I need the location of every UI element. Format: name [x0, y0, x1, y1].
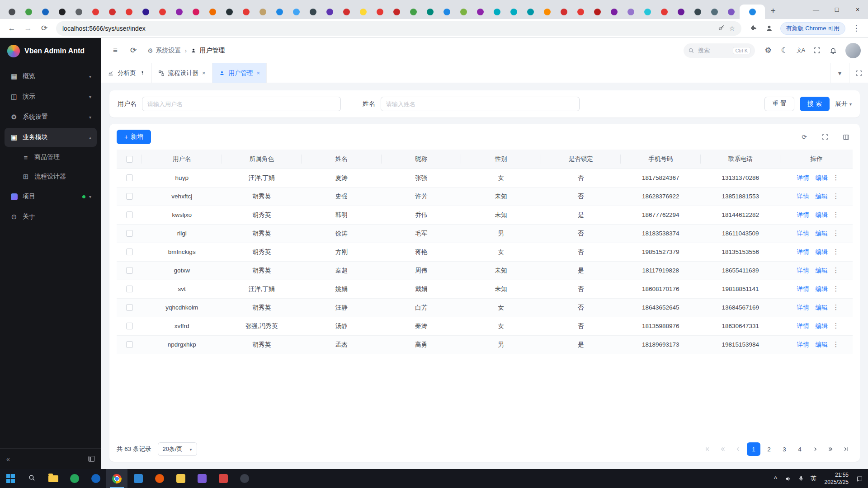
browser-tab[interactable] [204, 5, 221, 19]
address-bar[interactable]: localhost:5666/sys/user/index ☆ [56, 21, 741, 36]
browser-tab[interactable] [288, 5, 305, 19]
taskbar-chrome-icon[interactable] [106, 469, 127, 488]
browser-tab[interactable] [37, 5, 54, 19]
browser-tab[interactable] [221, 5, 238, 19]
breadcrumb-item[interactable]: ⚙ 系统设置 [147, 47, 181, 55]
row-action-link[interactable]: 详情 [797, 174, 809, 181]
column-header[interactable]: 用户名 [142, 150, 222, 169]
browser-tab[interactable] [305, 5, 321, 19]
field-input-1[interactable] [381, 97, 580, 111]
sidebar-item-goods[interactable]: ≡商品管理 [5, 148, 97, 166]
row-action-link[interactable]: 编辑 [816, 211, 828, 218]
browser-tab[interactable] [723, 5, 740, 19]
more-actions-icon[interactable]: ⋮ [833, 303, 840, 311]
microphone-icon[interactable] [795, 469, 807, 488]
row-checkbox[interactable] [126, 304, 133, 311]
table-row[interactable]: rilgl胡秀英徐涛毛军男否1818353837418611043509详情编辑… [117, 224, 853, 243]
table-fullscreen-icon[interactable] [818, 130, 832, 144]
row-action-link[interactable]: 编辑 [816, 174, 828, 181]
table-row[interactable]: yqhcdhkolm胡秀英汪静白芳女否186436526451368456716… [117, 298, 853, 317]
new-tab-button[interactable]: + [767, 5, 779, 17]
row-action-link[interactable]: 详情 [797, 323, 809, 329]
action-center-icon[interactable] [853, 469, 866, 488]
browser-tab[interactable] [539, 5, 556, 19]
global-search[interactable]: 搜索 Ctrl K [684, 43, 755, 58]
browser-tab[interactable] [472, 5, 489, 19]
browser-tab[interactable] [20, 5, 37, 19]
sidebar-item-demo[interactable]: ◫演示▾ [5, 87, 97, 106]
row-action-link[interactable]: 详情 [797, 211, 809, 218]
browser-tab[interactable] [355, 5, 372, 19]
row-action-link[interactable]: 编辑 [816, 193, 828, 200]
sidebar-item-project[interactable]: 项目▾ [5, 187, 97, 206]
browser-menu-icon[interactable]: ⋮ [849, 21, 863, 36]
page-fastprev-icon[interactable] [716, 442, 730, 456]
table-row[interactable]: xvffrd张强,冯秀英汤静秦涛女否1813598897618630647331… [117, 317, 853, 335]
notification-bell-icon[interactable] [826, 44, 840, 57]
browser-tab[interactable] [372, 5, 388, 19]
browser-tab[interactable] [656, 5, 673, 19]
theme-moon-icon[interactable]: ☾ [778, 44, 791, 57]
column-header[interactable]: 所属角色 [222, 150, 302, 169]
browser-tab[interactable] [388, 5, 405, 19]
page-next-icon[interactable] [808, 442, 822, 456]
table-row[interactable]: npdrgxhkp胡秀英孟杰高勇男是1818969317319815153984… [117, 335, 853, 354]
row-action-link[interactable]: 编辑 [816, 267, 828, 274]
taskbar-start-icon[interactable] [0, 469, 21, 488]
browser-tab[interactable] [154, 5, 171, 19]
browser-tab[interactable] [623, 5, 639, 19]
taskbar-firefox-icon[interactable] [149, 469, 170, 488]
forward-button[interactable]: → [21, 21, 35, 36]
row-action-link[interactable]: 编辑 [816, 230, 828, 237]
more-actions-icon[interactable]: ⋮ [833, 174, 840, 181]
browser-tab[interactable] [639, 5, 656, 19]
browser-tab[interactable] [689, 5, 706, 19]
row-checkbox[interactable] [126, 230, 133, 237]
content-maximize-icon[interactable] [849, 63, 868, 83]
browser-tab-active[interactable] [740, 5, 765, 19]
user-avatar[interactable] [845, 43, 861, 58]
collapse-sidebar-icon[interactable]: « [6, 455, 10, 463]
taskbar-edge-icon[interactable] [85, 469, 106, 488]
field-input-0[interactable] [142, 97, 341, 111]
row-checkbox[interactable] [126, 249, 133, 255]
taskbar-wechat-icon[interactable] [64, 469, 85, 488]
taskbar-clock[interactable]: 21:55 2025/2/25 [820, 471, 853, 486]
row-checkbox[interactable] [126, 193, 133, 200]
browser-tab[interactable] [589, 5, 606, 19]
taskbar-search-icon[interactable] [21, 469, 42, 488]
more-actions-icon[interactable]: ⋮ [833, 266, 840, 274]
browser-tab[interactable] [104, 5, 121, 19]
close-button[interactable]: × [847, 0, 868, 19]
row-checkbox[interactable] [126, 323, 133, 329]
row-action-link[interactable]: 编辑 [816, 249, 828, 255]
browser-tab[interactable] [137, 5, 154, 19]
browser-tab[interactable] [4, 5, 20, 19]
breadcrumb-item-current[interactable]: 用户管理 [190, 47, 225, 55]
browser-tab[interactable] [422, 5, 439, 19]
extensions-icon[interactable] [746, 21, 760, 36]
row-checkbox[interactable] [126, 286, 133, 292]
chrome-update-badge[interactable]: 有新版 Chrome 可用 [780, 22, 845, 35]
taskbar-app-red-icon[interactable] [212, 469, 234, 488]
view-tab-流程设计器[interactable]: 流程设计器× [152, 63, 212, 83]
tab-list-chevron-icon[interactable]: ▾ [830, 63, 849, 83]
taskbar-vscode-icon[interactable] [127, 469, 149, 488]
pin-sidebar-icon[interactable] [88, 456, 95, 462]
page-end-icon[interactable] [839, 442, 853, 456]
row-checkbox[interactable] [126, 267, 133, 274]
page-number-1[interactable]: 1 [747, 442, 760, 456]
column-header[interactable]: 操作 [780, 150, 853, 169]
table-row[interactable]: vehxftcj胡秀英史强许芳未知否1862837692213851881553… [117, 187, 853, 206]
more-actions-icon[interactable]: ⋮ [833, 340, 840, 348]
browser-tab[interactable] [572, 5, 589, 19]
back-button[interactable]: ← [5, 21, 19, 36]
page-refresh-icon[interactable]: ⟳ [127, 44, 140, 57]
profile-icon[interactable] [762, 21, 777, 36]
browser-tab[interactable] [606, 5, 623, 19]
add-button[interactable]: + 新增 [117, 130, 151, 144]
tray-expand-icon[interactable]: ^ [769, 469, 782, 488]
row-action-link[interactable]: 详情 [797, 286, 809, 292]
menu-toggle-icon[interactable]: ≡ [108, 44, 122, 57]
row-checkbox[interactable] [126, 211, 133, 218]
